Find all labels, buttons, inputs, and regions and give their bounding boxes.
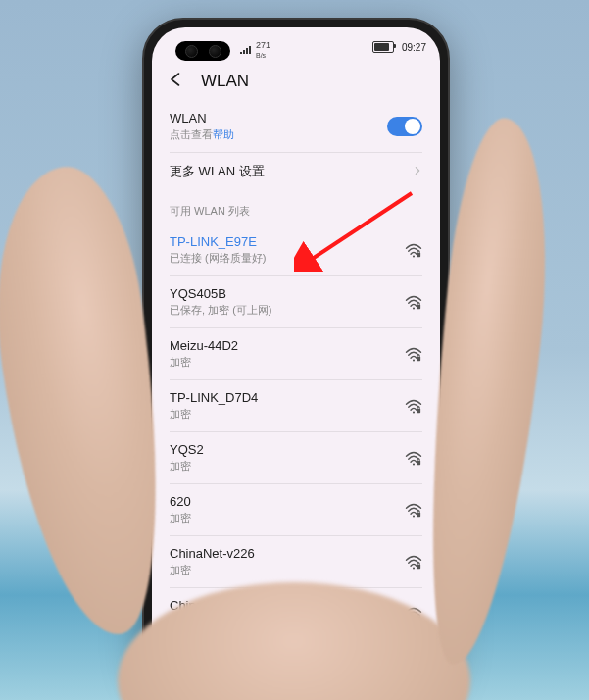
svg-point-8: [413, 463, 415, 465]
svg-point-4: [413, 359, 415, 361]
network-row[interactable]: 620加密: [170, 484, 422, 536]
help-link[interactable]: 帮助: [213, 128, 234, 140]
svg-rect-9: [417, 460, 420, 465]
network-status: 加密: [170, 355, 397, 370]
wifi-lock-icon: [405, 295, 422, 310]
more-settings-label: 更多 WLAN 设置: [170, 163, 413, 180]
chevron-right-icon: [413, 164, 422, 179]
page-header: WLAN: [152, 67, 440, 101]
network-row[interactable]: YQS605加密: [170, 640, 422, 678]
wlan-switch[interactable]: [387, 117, 422, 136]
svg-point-12: [413, 567, 415, 569]
network-row[interactable]: ChinaNet-V6NF加密: [170, 588, 422, 640]
svg-point-16: [413, 671, 415, 673]
phone-frame: 271 B/s 09:27 WLAN WLAN 点击查看帮助: [142, 18, 450, 688]
svg-rect-3: [417, 304, 420, 309]
wifi-lock-icon: [405, 243, 422, 258]
network-name: YQS605: [170, 650, 397, 665]
camera-lens: [209, 45, 221, 58]
network-status: 已保存, 加密 (可上网): [170, 303, 397, 318]
wifi-lock-icon: [405, 555, 422, 570]
network-status: 加密: [170, 563, 397, 577]
network-row[interactable]: Meizu-44D2加密: [170, 328, 422, 380]
svg-rect-11: [417, 512, 420, 517]
network-row[interactable]: TP-LINK_D7D4加密: [170, 380, 422, 432]
svg-rect-7: [417, 408, 420, 413]
network-name: YQS405B: [170, 286, 397, 301]
net-speed-value: 271: [256, 40, 270, 50]
wlan-toggle-sub: 点击查看帮助: [170, 127, 387, 142]
network-status: 加密: [170, 459, 397, 474]
network-name: 620: [170, 494, 397, 509]
battery-indicator: [372, 41, 394, 53]
back-button[interactable]: [166, 71, 183, 91]
network-status: 加密: [170, 511, 397, 525]
available-networks-header: 可用 WLAN 列表: [152, 190, 440, 225]
wlan-toggle-title: WLAN: [170, 111, 387, 125]
more-wlan-settings-row[interactable]: 更多 WLAN 设置: [170, 153, 422, 190]
svg-rect-5: [417, 356, 420, 361]
network-name: TP-LINK_E97E: [170, 234, 397, 249]
network-name: YQS2: [170, 442, 397, 457]
svg-point-14: [413, 619, 415, 621]
phone-screen: 271 B/s 09:27 WLAN WLAN 点击查看帮助: [152, 27, 440, 678]
signal-icon: [240, 46, 251, 54]
svg-point-0: [413, 255, 415, 257]
wifi-lock-icon: [405, 347, 422, 362]
net-speed-unit: B/s: [256, 52, 266, 59]
svg-rect-17: [417, 668, 420, 673]
wifi-lock-icon: [405, 451, 422, 466]
network-status: 加密: [170, 667, 397, 678]
status-network: 271 B/s: [240, 40, 270, 60]
svg-rect-1: [417, 252, 420, 257]
svg-rect-15: [417, 616, 420, 621]
network-row[interactable]: YQS405B已保存, 加密 (可上网): [170, 276, 422, 328]
network-row[interactable]: TP-LINK_E97E已连接 (网络质量好): [170, 225, 422, 276]
camera-cutout: [175, 41, 230, 61]
network-name: TP-LINK_D7D4: [170, 390, 397, 405]
svg-rect-13: [417, 564, 420, 569]
network-name: Meizu-44D2: [170, 338, 397, 353]
network-name: ChinaNet-V6NF: [170, 598, 397, 613]
wifi-lock-icon: [405, 503, 422, 518]
network-status: 加密: [170, 407, 397, 422]
svg-point-6: [413, 411, 415, 413]
wifi-lock-icon: [405, 399, 422, 414]
network-status: 已连接 (网络质量好): [170, 251, 397, 266]
network-list: TP-LINK_E97E已连接 (网络质量好)YQS405B已保存, 加密 (可…: [152, 225, 440, 678]
wifi-lock-icon: [405, 659, 422, 674]
wifi-lock-icon: [405, 607, 422, 622]
svg-point-2: [413, 307, 415, 309]
network-row[interactable]: YQS2加密: [170, 432, 422, 484]
page-title: WLAN: [201, 72, 249, 91]
status-time: 09:27: [402, 42, 426, 53]
svg-point-10: [413, 515, 415, 517]
settings-section: WLAN 点击查看帮助 更多 WLAN 设置: [152, 101, 440, 190]
network-status: 加密: [170, 615, 397, 629]
camera-lens: [185, 45, 198, 58]
network-name: ChinaNet-v226: [170, 546, 397, 561]
wlan-toggle-row[interactable]: WLAN 点击查看帮助: [170, 101, 422, 153]
network-row[interactable]: ChinaNet-v226加密: [170, 536, 422, 588]
